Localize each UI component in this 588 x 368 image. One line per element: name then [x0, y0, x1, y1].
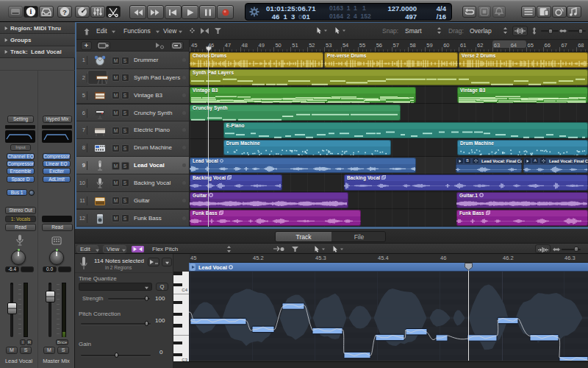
svg-text:i: i	[30, 7, 32, 15]
svg-text:?: ?	[62, 8, 67, 16]
